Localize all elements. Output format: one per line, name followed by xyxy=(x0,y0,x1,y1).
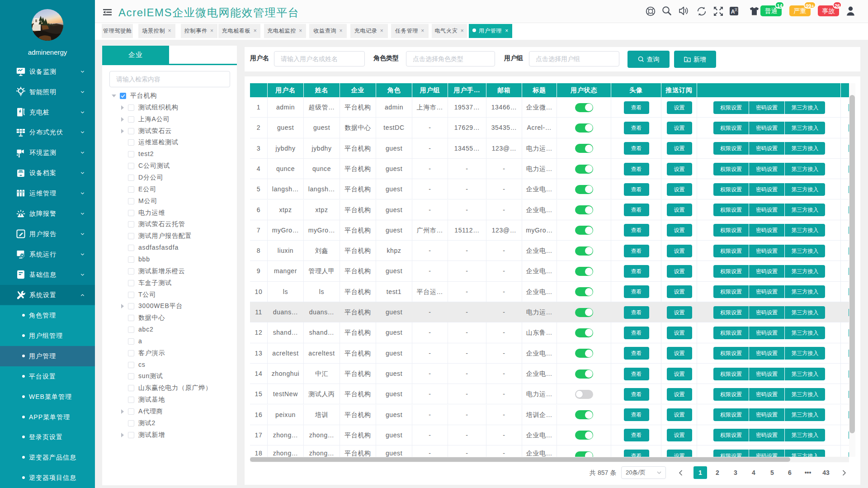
svg-text:文: 文 xyxy=(734,8,738,12)
